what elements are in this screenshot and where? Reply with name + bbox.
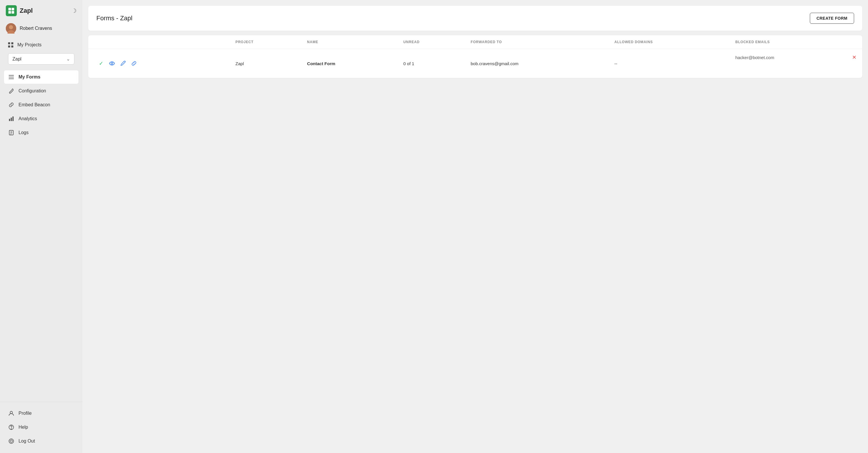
svg-rect-3	[11, 11, 14, 13]
svg-point-24	[9, 439, 13, 444]
wrench-icon	[8, 88, 14, 94]
user-icon	[8, 410, 14, 417]
profile-label: Profile	[19, 411, 32, 416]
sidebar: Zapl ☽ Robert Cravens My Pro	[0, 0, 83, 453]
link-copy-icon[interactable]	[130, 59, 138, 67]
table-header-row: PROJECT NAME UNREAD FORWARDED TO ALLOWED…	[88, 35, 862, 49]
logo: Zapl	[6, 5, 33, 16]
edit-icon[interactable]	[119, 59, 127, 67]
sidebar-item-configuration[interactable]: Configuration	[4, 84, 79, 97]
sidebar-item-embed-beacon[interactable]: Embed Beacon	[4, 98, 79, 112]
row-actions-cell: ✓	[88, 49, 230, 78]
page-title: Forms - Zapl	[96, 15, 132, 22]
svg-rect-10	[11, 46, 13, 48]
svg-point-26	[111, 62, 113, 64]
project-dropdown[interactable]: Zapl ⌄	[8, 53, 74, 64]
sidebar-bottom: Profile Help Log Out	[0, 402, 83, 453]
dark-mode-icon[interactable]: ☽	[71, 7, 77, 14]
grid-icon	[7, 42, 14, 48]
activate-icon[interactable]: ✓	[97, 59, 105, 67]
col-project: PROJECT	[230, 35, 302, 49]
my-projects-label: My Projects	[18, 42, 42, 48]
create-form-button[interactable]: CREATE FORM	[810, 13, 854, 24]
svg-point-23	[11, 429, 11, 429]
forms-table-container: PROJECT NAME UNREAD FORWARDED TO ALLOWED…	[88, 35, 862, 78]
svg-rect-14	[9, 119, 10, 121]
row-allowed-domains: --	[609, 49, 730, 78]
view-icon[interactable]	[108, 59, 116, 67]
svg-rect-16	[12, 116, 13, 121]
col-blocked: BLOCKED EMAILS	[730, 35, 862, 49]
sidebar-item-profile[interactable]: Profile	[4, 407, 79, 420]
forms-table: PROJECT NAME UNREAD FORWARDED TO ALLOWED…	[88, 35, 862, 78]
page-header: Forms - Zapl CREATE FORM	[88, 6, 862, 31]
logs-label: Logs	[19, 130, 29, 135]
sidebar-item-logout[interactable]: Log Out	[4, 434, 79, 448]
svg-rect-12	[9, 77, 14, 77]
svg-rect-9	[8, 46, 10, 48]
svg-point-25	[10, 440, 12, 442]
user-name: Robert Cravens	[20, 26, 52, 31]
svg-point-5	[9, 25, 13, 29]
my-projects-link[interactable]: My Projects	[4, 39, 79, 51]
sidebar-header: Zapl ☽	[0, 0, 83, 20]
svg-rect-0	[8, 8, 11, 10]
row-unread: 0 of 1	[398, 49, 465, 78]
svg-rect-11	[9, 75, 14, 76]
svg-point-21	[10, 411, 12, 414]
user-row: Robert Cravens	[0, 20, 83, 39]
svg-rect-15	[11, 118, 12, 121]
nav-items: My Forms Configuration Embed Beacon	[0, 70, 83, 140]
svg-rect-13	[9, 79, 14, 79]
col-actions	[88, 35, 230, 49]
main-content: Forms - Zapl CREATE FORM PROJECT NAME UN…	[83, 0, 868, 453]
svg-rect-7	[8, 42, 10, 44]
my-forms-label: My Forms	[19, 75, 40, 80]
help-label: Help	[19, 425, 28, 430]
col-allowed: ALLOWED DOMAINS	[609, 35, 730, 49]
svg-rect-1	[11, 8, 14, 10]
row-blocked-emails: hacker@botnet.com	[735, 55, 774, 60]
configuration-label: Configuration	[19, 88, 46, 93]
help-icon	[8, 424, 14, 430]
svg-rect-2	[8, 11, 11, 13]
nav-section: My Projects Zapl ⌄	[0, 39, 83, 70]
sidebar-item-my-forms[interactable]: My Forms	[4, 70, 79, 84]
list-icon	[8, 74, 14, 80]
logout-icon	[8, 438, 14, 444]
sidebar-item-help[interactable]: Help	[4, 421, 79, 434]
row-forwarded-to: bob.cravens@gmail.com	[465, 49, 609, 78]
project-dropdown-label: Zapl	[12, 56, 22, 62]
svg-rect-8	[11, 42, 13, 44]
table-row: ✓	[88, 49, 862, 78]
logo-text: Zapl	[20, 7, 33, 15]
delete-blocked-icon[interactable]: ✕	[852, 54, 857, 60]
link-icon	[8, 102, 14, 108]
col-unread: UNREAD	[398, 35, 465, 49]
col-forwarded: FORWARDED TO	[465, 35, 609, 49]
embed-beacon-label: Embed Beacon	[19, 102, 50, 108]
avatar	[6, 23, 16, 34]
analytics-label: Analytics	[19, 116, 37, 121]
logo-icon	[6, 5, 17, 16]
row-name: Contact Form	[301, 49, 398, 78]
sidebar-item-analytics[interactable]: Analytics	[4, 112, 79, 125]
sidebar-item-logs[interactable]: Logs	[4, 126, 79, 139]
row-blocked-emails-cell: hacker@botnet.com ✕	[730, 49, 862, 66]
bar-chart-icon	[8, 116, 14, 122]
col-name: NAME	[301, 35, 398, 49]
logs-icon	[8, 130, 14, 136]
logout-label: Log Out	[19, 438, 35, 444]
chevron-down-icon: ⌄	[66, 56, 70, 62]
row-project: Zapl	[230, 49, 302, 78]
